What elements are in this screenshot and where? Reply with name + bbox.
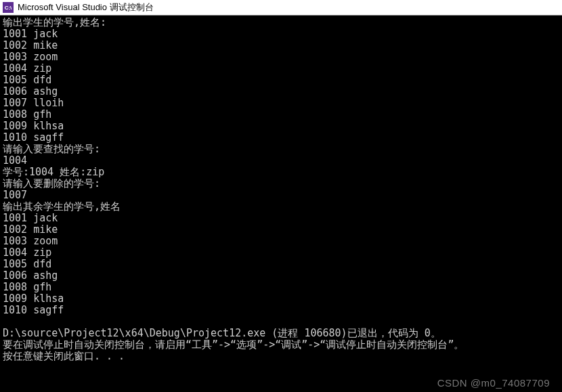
line-prompt-delete: 请输入要删除的学号: — [3, 177, 100, 190]
line-header2: 输出其余学生的学号,姓名 — [3, 200, 121, 213]
line-student: 1008 gfh — [3, 281, 51, 293]
line-student: 1006 ashg — [3, 269, 58, 282]
watermark: CSDN @m0_74087709 — [437, 377, 550, 389]
titlebar[interactable]: C:\ Microsoft Visual Studio 调试控制台 — [0, 0, 562, 16]
line-search-input: 1004 — [3, 154, 27, 167]
line-prompt-search: 请输入要查找的学号: — [3, 143, 100, 155]
line-student: 1009 klhsa — [3, 292, 64, 305]
line-student: 1003 zoom — [3, 51, 58, 63]
line-student: 1007 lloih — [3, 97, 64, 109]
line-student: 1002 mike — [3, 39, 58, 51]
line-header1: 输出学生的学号,姓名: — [3, 16, 106, 28]
line-student: 1004 zip — [3, 62, 51, 74]
line-student: 1006 ashg — [3, 85, 58, 97]
line-delete-input: 1007 — [3, 189, 27, 201]
line-student: 1003 zoom — [3, 235, 58, 247]
window-title: Microsoft Visual Studio 调试控制台 — [18, 1, 154, 14]
vs-icon: C:\ — [3, 2, 14, 13]
line-student: 1010 sagff — [3, 304, 64, 316]
line-student: 1001 jack — [3, 212, 58, 224]
line-student: 1005 dfd — [3, 258, 51, 270]
line-student: 1008 gfh — [3, 108, 51, 121]
line-student: 1002 mike — [3, 223, 58, 236]
console-output: 输出学生的学号,姓名: 1001 jack 1002 mike 1003 zoo… — [0, 16, 562, 392]
line-student: 1010 sagff — [3, 131, 64, 144]
line-student: 1001 jack — [3, 28, 58, 40]
line-exit: D:\source\Project12\x64\Debug\Project12.… — [3, 327, 441, 339]
line-close: 按任意键关闭此窗口. . . — [3, 350, 125, 362]
line-student: 1009 klhsa — [3, 120, 64, 132]
line-search-result: 学号:1004 姓名:zip — [3, 166, 104, 178]
line-hint: 要在调试停止时自动关闭控制台，请启用“工具”->“选项”->“调试”->“调试停… — [3, 339, 464, 351]
line-student: 1004 zip — [3, 246, 51, 259]
line-student: 1005 dfd — [3, 74, 51, 86]
